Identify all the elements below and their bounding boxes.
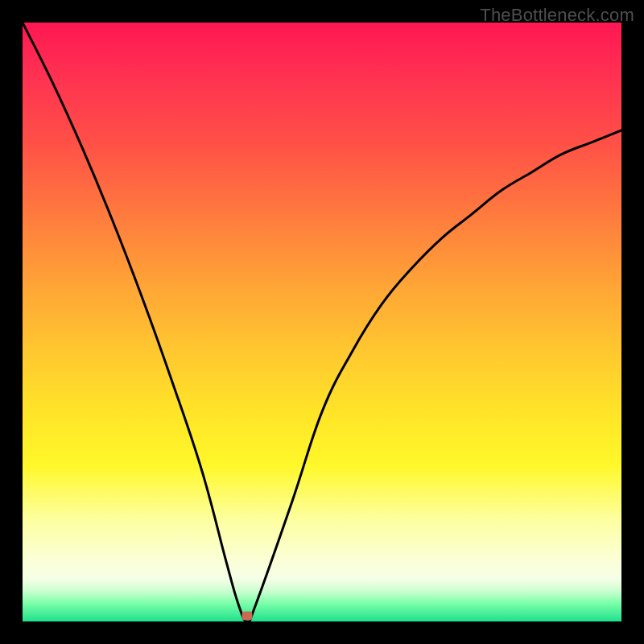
plot-area <box>23 23 621 621</box>
bottleneck-curve <box>23 23 621 621</box>
optimal-point-marker <box>242 611 253 620</box>
chart-frame: TheBottleneck.com <box>0 0 644 644</box>
